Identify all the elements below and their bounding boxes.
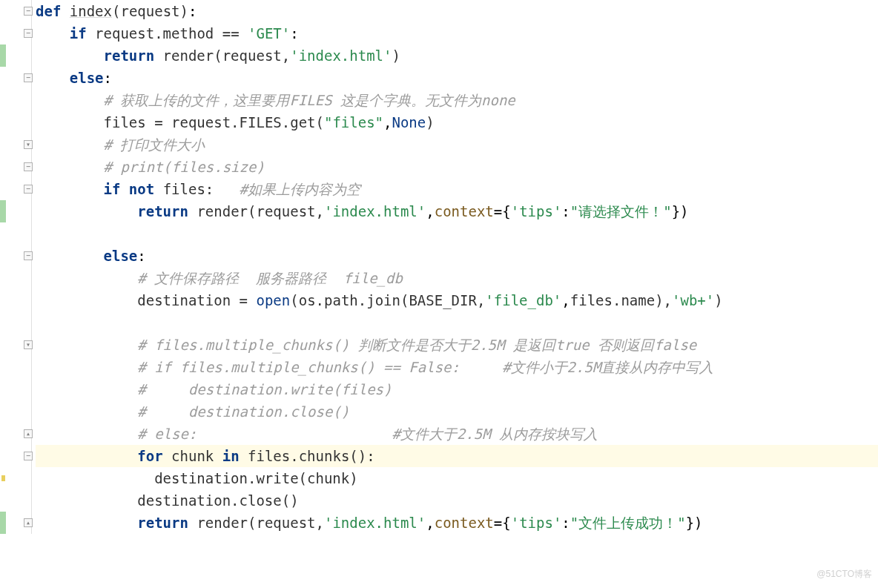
code-line[interactable]: return render(request,'index.html') [36,44,878,67]
code-line[interactable]: # 获取上传的文件，这里要用FILES 这是个字典。无文件为none [36,89,878,111]
code-line[interactable]: return render(request,'index.html',conte… [36,512,878,534]
fold-icon[interactable]: − [24,73,33,82]
code-line[interactable]: # destination.write(files) [36,378,878,400]
code-line[interactable]: destination = open(os.path.join(BASE_DIR… [36,289,878,311]
fold-icon[interactable]: ▴ [24,429,33,438]
code-area[interactable]: def index(request): if request.method ==… [34,0,878,534]
code-line[interactable]: return render(request,'index.html',conte… [36,200,878,222]
code-line[interactable]: else: [36,245,878,267]
fold-icon[interactable]: − [24,7,33,16]
fold-icon[interactable]: − [24,162,33,171]
code-line[interactable]: destination.close() [36,489,878,512]
code-line[interactable]: # else: #文件大于2.5M 从内存按块写入 [36,423,878,445]
code-line[interactable]: # print(files.size) [36,156,878,178]
editor-gutter: − − − ▾ − − − ▾ ▴ − ▴ [0,0,34,534]
code-line[interactable]: if request.method == 'GET': [36,22,878,44]
watermark: @51CTO博客 [816,563,872,585]
code-line[interactable] [36,222,878,245]
fold-icon[interactable]: − [24,29,33,38]
code-editor[interactable]: − − − ▾ − − − ▾ ▴ − ▴ def index(request)… [0,0,878,534]
code-line[interactable]: else: [36,67,878,89]
code-line[interactable]: for chunk in files.chunks(): [36,445,878,467]
code-line[interactable]: files = request.FILES.get("files",None) [36,111,878,133]
fold-icon[interactable]: ▾ [24,340,33,349]
code-line[interactable] [36,311,878,334]
fold-icon[interactable]: − [24,185,33,194]
code-line[interactable]: destination.write(chunk) [36,467,878,489]
code-line[interactable]: def index(request): [36,0,878,22]
code-line[interactable]: # 打印文件大小 [36,133,878,156]
fold-icon[interactable]: ▾ [24,140,33,149]
code-line[interactable]: # if files.multiple_chunks() == False: #… [36,356,878,378]
code-line[interactable]: # files.multiple_chunks() 判断文件是否大于2.5M 是… [36,334,878,356]
fold-icon[interactable]: − [24,452,33,460]
code-line[interactable]: if not files: #如果上传内容为空 [36,178,878,200]
fold-icon[interactable]: ▴ [24,518,33,527]
fold-icon[interactable]: − [24,251,33,260]
code-line[interactable]: # destination.close() [36,400,878,423]
code-line[interactable]: # 文件保存路径 服务器路径 file_db [36,267,878,289]
